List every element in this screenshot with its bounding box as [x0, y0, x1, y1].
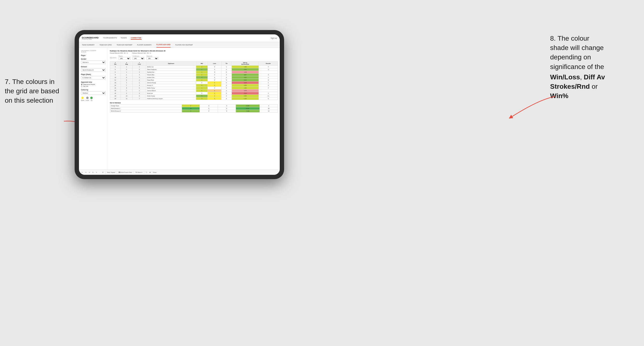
toolbar-share[interactable]: Share — [152, 172, 158, 173]
grid-area: Katelyn Vo Head-to-Head Grid for Women's… — [108, 48, 280, 170]
filter-opponent-label: Opponent — [146, 55, 158, 57]
filter-region-group: Region (All) — [118, 55, 130, 60]
toolbar-divider-2 — [117, 171, 117, 174]
toolbar-watch[interactable]: 👁 Watch ▾ — [135, 172, 143, 173]
toolbar-save-custom-view[interactable]: 💾 Save Custom View — [118, 172, 133, 173]
radio-top100-label: Top 100 — [83, 86, 88, 87]
toolbar-grid-icon[interactable]: ⊞ — [149, 172, 152, 173]
sidebar-gender-label: Gender — [81, 58, 106, 60]
colour-down-label: Down — [81, 100, 84, 101]
toolbar-copy[interactable]: ⎘ — [92, 172, 94, 173]
radio-opponents-played[interactable]: Opponents Played — [81, 84, 106, 85]
nav-committee[interactable]: COMMITTEE — [131, 36, 142, 40]
col-tie: Tie — [222, 62, 232, 66]
top-nav: SCOREBOARD Powered by clippd TOURNAMENTS… — [79, 34, 280, 42]
colour-level: Level — [86, 97, 89, 101]
colour-level-dot — [86, 97, 88, 99]
radio-opponents-played-label: Opponents Played — [83, 84, 95, 85]
filter-opponents-group: Opponents: — [110, 57, 116, 58]
colour-up: Up — [90, 97, 93, 101]
sidebar-opponent-view-section: Opponent view Opponents Played Top 100 — [81, 81, 106, 87]
tablet-screen: SCOREBOARD Powered by clippd TOURNAMENTS… — [79, 34, 280, 175]
colour-up-dot — [90, 97, 93, 99]
nav-tournaments[interactable]: TOURNAMENTS — [103, 36, 117, 40]
table-row: 20 11 7 Federica Domecq Lacroze 2 1 0 1.… — [110, 97, 278, 100]
col-opponent: Opponent — [146, 62, 196, 66]
secondary-nav: TEAM SUMMARY TEAM H2H GRID TEAM H2H HEAT… — [79, 42, 280, 48]
tablet-frame: SCOREBOARD Powered by clippd TOURNAMENTS… — [75, 30, 284, 179]
arrow-right-icon — [500, 93, 558, 121]
main-content: Last Updated: 27/03/2024 16:55:38 Player… — [79, 48, 280, 170]
out-of-division-table: Foreign Team 1 0 0 4.500 2 NAIA Division… — [110, 104, 278, 113]
sidebar-player-section: Player — [81, 55, 106, 56]
col-conf: #Conf — [133, 62, 146, 66]
toolbar-redo[interactable]: ↪ — [84, 172, 87, 173]
bottom-toolbar: ↩ ↪ ↩ ⎘ ✎ · ⟳ View: Original 💾 Save Cust… — [79, 170, 280, 175]
toolbar-divider-1 — [105, 171, 106, 174]
col-loss: Loss — [208, 62, 222, 66]
table-row: 9 1 4 Sharon Mun 1 0 0 3.67 3 — [110, 74, 278, 76]
sidebar-player-rank-select[interactable]: 8. Katelyn Vo — [81, 76, 106, 79]
table-row: 19 10 6 Emily Chang 4 1 0 0.30 11 — [110, 95, 278, 97]
sign-out-button[interactable]: Sign out — [270, 37, 277, 39]
colour-down: Down — [81, 97, 84, 101]
table-row: 5 2 2 Alexis Sudijanto 1 0 0 4.00 3 — [110, 68, 278, 71]
table-row: 16 7 1 Jessica Mason 1 2 0 -0.94 — [110, 89, 278, 92]
table-row: 3 1 1 Esther Lee 1 0 1 1.50 4 — [110, 66, 278, 68]
sidebar-division-select[interactable]: NCAA Division III — [81, 68, 106, 72]
filter-conference-label: Conference — [132, 55, 144, 57]
filter-opponent-select[interactable]: (All) — [146, 57, 158, 60]
out-of-division-header: Out of division — [110, 102, 278, 104]
nav-teams[interactable]: TEAMS — [120, 36, 127, 40]
filter-conference-select[interactable]: (All) — [132, 57, 144, 60]
sidebar-radio-group: Opponents Played Top 100 — [81, 84, 106, 87]
sidebar-division-label: Division — [81, 66, 106, 68]
toolbar-edit[interactable]: ✎ — [95, 172, 98, 173]
col-div: #Div — [110, 62, 121, 66]
toolbar-refresh[interactable]: ⟳ — [102, 172, 104, 173]
overall-record: Overall Record: 353 - 34 - 6 — [110, 52, 128, 54]
annotation-left: 7. The colours in the grid are based on … — [5, 77, 70, 105]
sec-nav-player-h2h-grid[interactable]: PLAYER H2H GRID — [156, 42, 171, 48]
table-row: 11 5 2 Heejo Hyun 1 0 0 3.33 3 — [110, 79, 278, 82]
sidebar-player-rank-section: Player (Rank) 8. Katelyn Vo — [81, 74, 106, 79]
toolbar-divider-4 — [144, 171, 144, 174]
sidebar-colour-section: Colour by Win/loss — [81, 89, 106, 95]
filter-conference-group: Conference (All) — [132, 55, 144, 60]
division-record: Division Record: 331 - 34 - 6 — [132, 52, 151, 54]
toolbar-hexagon[interactable]: ⬡ — [145, 172, 148, 173]
toolbar-divider-3 — [134, 171, 134, 174]
ood-table-row: NAIA Division 1 15 0 0 9.267 30 — [110, 107, 278, 110]
annotation-right: 8. The colour shade will change dependin… — [550, 34, 639, 101]
sidebar: Last Updated: 27/03/2024 16:55:38 Player… — [79, 48, 108, 170]
sidebar-timestamp: Last Updated: 27/03/2024 16:55:38 — [81, 50, 106, 53]
ood-table-row: NCAA Division 2 5 0 0 7.400 10 — [110, 110, 278, 113]
col-diff: Diff AvStrokes/Rnd — [232, 62, 259, 66]
main-data-table: #Div #Reg #Conf Opponent Win Loss Tie Di… — [110, 61, 278, 100]
colour-legend: Down Level Up — [81, 97, 106, 101]
sidebar-player-label: Player — [81, 55, 106, 56]
sec-nav-player-summary[interactable]: PLAYER SUMMARY — [137, 42, 152, 48]
ood-table-row: Foreign Team 1 0 0 4.500 2 — [110, 105, 278, 107]
toolbar-back[interactable]: ↩ — [88, 172, 91, 173]
sidebar-gender-select[interactable]: Women's — [81, 61, 106, 64]
toolbar-undo[interactable]: ↩ — [81, 172, 84, 173]
sec-nav-team-h2h-grid[interactable]: TEAM H2H GRID — [100, 42, 112, 48]
colour-level-label: Level — [86, 100, 89, 101]
radio-opponents-played-dot — [81, 84, 82, 85]
toolbar-more[interactable]: · — [99, 172, 101, 173]
radio-top100[interactable]: Top 100 — [81, 86, 106, 87]
filter-region-select[interactable]: (All) — [118, 57, 130, 60]
filter-region-label: Region — [118, 55, 130, 57]
radio-top100-dot — [81, 86, 82, 87]
colour-down-dot — [81, 97, 84, 99]
toolbar-view-original[interactable]: View: Original — [106, 172, 116, 173]
sec-nav-team-summary[interactable]: TEAM SUMMARY — [82, 42, 94, 48]
table-row: 14 7 4 Eunice Yi 2 2 0 0.38 9 — [110, 84, 278, 87]
sidebar-colour-select[interactable]: Win/loss — [81, 91, 106, 95]
table-row: 13 1 1 Jessica Huang 0 1 0 -3.00 2 — [110, 82, 278, 84]
sec-nav-player-h2h-heatmap[interactable]: PLAYER H2H HEATMAP — [175, 42, 193, 48]
table-row: 6 1 3 Sydney Kuo 1 0 0 -1.00 — [110, 71, 278, 74]
col-reg: #Reg — [120, 62, 133, 66]
sec-nav-team-h2h-heatmap[interactable]: TEAM H2H HEATMAP — [116, 42, 132, 48]
